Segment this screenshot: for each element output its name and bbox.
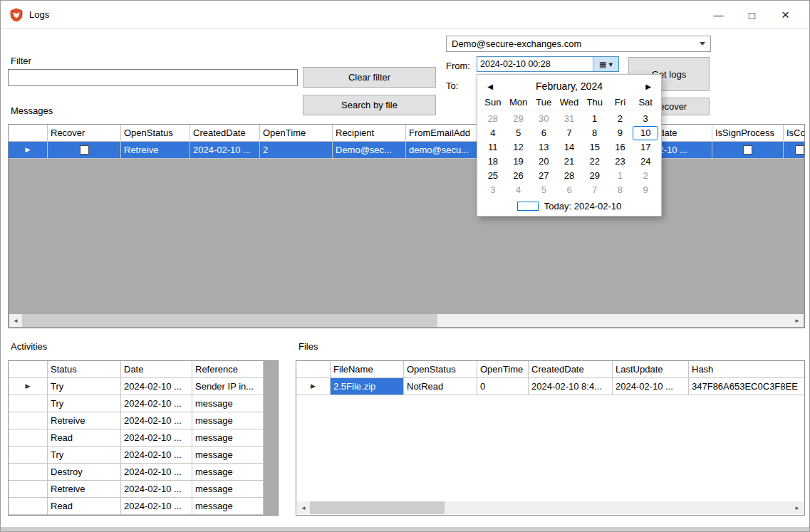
calendar-dropdown-button[interactable]: ▦ ▾ xyxy=(593,57,618,71)
column-header[interactable]: CreatedDate xyxy=(529,361,613,378)
table-row[interactable]: Try2024-02-10 ...message xyxy=(9,447,264,464)
search-by-file-button[interactable]: Search by file xyxy=(303,95,436,115)
table-row[interactable]: Read2024-02-10 ...message xyxy=(9,498,264,515)
calendar-day[interactable]: 20 xyxy=(531,155,556,169)
row-selector[interactable] xyxy=(9,429,48,447)
row-selector[interactable]: ▶ xyxy=(9,378,48,395)
calendar-today-label[interactable]: Today: 2024-02-10 xyxy=(544,201,621,212)
calendar-day[interactable]: 4 xyxy=(506,183,531,197)
cell[interactable]: 2024-02-10 ... xyxy=(121,412,192,429)
calendar-day[interactable]: 21 xyxy=(556,155,582,169)
row-selector[interactable] xyxy=(9,481,48,498)
calendar-day[interactable]: 11 xyxy=(480,140,506,155)
table-row[interactable]: Retreive2024-02-10 ...message xyxy=(9,481,264,498)
calendar-day[interactable]: 22 xyxy=(582,155,608,169)
checkbox[interactable] xyxy=(80,145,89,155)
account-dropdown[interactable]: Demo@secure-exchanges.com xyxy=(446,36,711,52)
calendar-day[interactable]: 18 xyxy=(480,155,506,169)
table-row[interactable]: ▶2.5File.zipNotRead02024-02-10 8:4...202… xyxy=(296,378,805,395)
column-header[interactable]: Recover xyxy=(48,125,121,142)
calendar-prev-icon[interactable]: ◀ xyxy=(486,83,494,90)
cell[interactable]: 2024-02-10 ... xyxy=(121,464,192,481)
calendar-day[interactable]: 14 xyxy=(556,140,582,155)
calendar-day[interactable]: 27 xyxy=(531,169,556,183)
column-header[interactable]: Recipient xyxy=(333,125,406,142)
column-header[interactable]: OpenTime xyxy=(260,125,333,142)
column-header[interactable]: OpenStatus xyxy=(404,361,477,378)
row-selector[interactable] xyxy=(9,464,48,481)
column-header[interactable]: Reference xyxy=(192,361,264,378)
cell[interactable]: 2024-02-10 ... xyxy=(121,498,192,515)
messages-horizontal-scrollbar[interactable]: ◄ ► xyxy=(9,314,804,327)
cell[interactable]: message xyxy=(192,498,264,515)
row-selector[interactable] xyxy=(9,395,48,412)
calendar-day[interactable]: 3 xyxy=(480,183,506,197)
calendar-day[interactable]: 15 xyxy=(582,140,608,155)
cell[interactable]: message xyxy=(192,395,264,412)
calendar-day[interactable]: 19 xyxy=(506,155,531,169)
row-selector[interactable] xyxy=(9,447,48,464)
cell[interactable]: 0 xyxy=(477,378,529,395)
scrollbar-thumb[interactable] xyxy=(310,501,445,514)
calendar-day[interactable]: 13 xyxy=(531,140,556,155)
calendar-day[interactable]: 6 xyxy=(531,126,556,140)
cell[interactable]: Retreive xyxy=(48,412,121,429)
column-header[interactable]: Hash xyxy=(689,361,805,378)
cell[interactable]: message xyxy=(192,447,264,464)
cell[interactable]: 2024-02-10 ... xyxy=(121,395,192,412)
cell[interactable]: message xyxy=(192,464,264,481)
cell[interactable]: 347F86A653EC0C3F8EE xyxy=(689,378,805,395)
calendar-day[interactable]: 1 xyxy=(608,169,633,183)
calendar-day[interactable]: 1 xyxy=(582,112,608,126)
column-header[interactable]: IsSignProcess xyxy=(712,125,784,142)
cell[interactable]: Retreive xyxy=(48,481,121,498)
column-header[interactable]: FromEmailAdd xyxy=(406,125,477,142)
cell[interactable]: demo@secu... xyxy=(406,142,477,159)
cell[interactable]: Try xyxy=(48,395,121,412)
column-header[interactable]: OpenStatus xyxy=(121,125,190,142)
scroll-right-icon[interactable]: ► xyxy=(791,314,804,327)
row-selector[interactable] xyxy=(9,412,48,429)
column-header[interactable]: LastUpdate xyxy=(613,361,689,378)
cell[interactable]: 2024-02-10 ... xyxy=(121,481,192,498)
cell[interactable]: Try xyxy=(48,378,121,395)
table-row[interactable]: Retreive2024-02-10 ...message xyxy=(9,412,264,429)
column-header[interactable]: IsConta xyxy=(784,125,805,142)
calendar-day[interactable]: 2 xyxy=(633,169,658,183)
cell[interactable]: 2.5File.zip xyxy=(331,378,404,395)
cell[interactable]: 2024-02-10 ... xyxy=(121,447,192,464)
calendar-day[interactable]: 24 xyxy=(633,155,658,169)
scroll-right-icon[interactable]: ► xyxy=(791,501,804,514)
calendar-day[interactable]: 25 xyxy=(480,169,506,183)
calendar-day[interactable]: 28 xyxy=(480,112,506,126)
table-row[interactable]: Try2024-02-10 ...message xyxy=(9,395,264,412)
calendar-day[interactable]: 23 xyxy=(608,155,633,169)
cell[interactable]: 2024-02-10 ... xyxy=(121,429,192,447)
calendar-day[interactable]: 8 xyxy=(582,126,608,140)
checkbox[interactable] xyxy=(743,145,752,155)
filter-input[interactable] xyxy=(8,69,298,86)
calendar-day[interactable]: 7 xyxy=(556,126,582,140)
cell[interactable]: Read xyxy=(48,429,121,447)
scrollbar-track[interactable] xyxy=(22,314,791,327)
calendar-day[interactable]: 9 xyxy=(633,183,658,197)
calendar-next-icon[interactable]: ▶ xyxy=(644,83,653,90)
row-selector[interactable]: ▶ xyxy=(296,378,331,395)
calendar-day[interactable]: 16 xyxy=(608,140,633,155)
calendar-day[interactable]: 29 xyxy=(506,112,531,126)
calendar-day[interactable]: 6 xyxy=(556,183,582,197)
row-selector[interactable] xyxy=(9,498,48,515)
calendar-day[interactable]: 8 xyxy=(608,183,633,197)
calendar-day[interactable]: 30 xyxy=(531,112,556,126)
calendar-month-title[interactable]: February, 2024 xyxy=(494,80,644,92)
cell[interactable]: 2024-02-10 8:4... xyxy=(529,378,613,395)
table-row[interactable]: Read2024-02-10 ...message xyxy=(9,429,264,447)
row-selector[interactable]: ▶ xyxy=(9,142,48,159)
scrollbar-thumb[interactable] xyxy=(22,314,437,327)
scrollbar-track[interactable] xyxy=(310,501,791,514)
scroll-left-icon[interactable]: ◄ xyxy=(9,314,22,327)
calendar-day[interactable]: 26 xyxy=(506,169,531,183)
cell[interactable]: Read xyxy=(48,498,121,515)
cell[interactable]: message xyxy=(192,481,264,498)
cell[interactable]: Destroy xyxy=(48,464,121,481)
